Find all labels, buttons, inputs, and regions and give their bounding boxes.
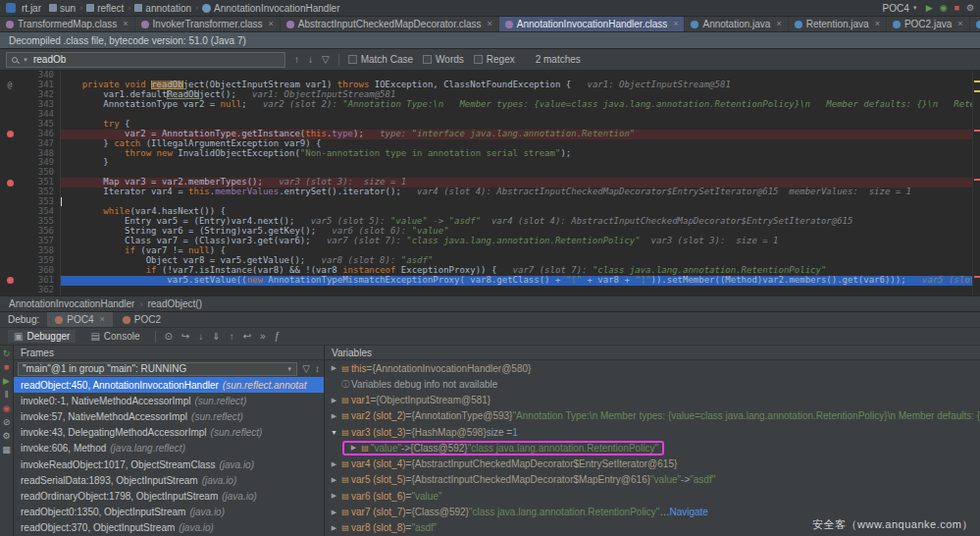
nav-item-annotation[interactable]: annotation (132, 3, 193, 14)
frame-row[interactable]: readObject:370, ObjectInputStream(java.i… (14, 520, 324, 536)
collapse-arrow-icon[interactable]: ▼ (329, 429, 339, 436)
editor-tab[interactable]: InvokerTransformer.class× (135, 17, 281, 31)
code-text[interactable]: while(var4.hasNext()) { (61, 207, 980, 217)
code-text[interactable]: } catch (IllegalArgumentException var9) … (61, 139, 980, 149)
frame-row[interactable]: readObject:450, AnnotationInvocationHand… (14, 377, 324, 393)
mute-breakpoints-icon[interactable]: ⊘ (3, 418, 11, 427)
code-text[interactable] (61, 71, 980, 80)
resume-icon[interactable]: ▶ (3, 377, 10, 386)
variable-row[interactable]: ▶▤var6 (slot_6) = "value" (325, 488, 980, 504)
gutter[interactable]: 362 (0, 286, 61, 295)
editor-tab[interactable]: POC2.java× (887, 17, 970, 31)
frame-row[interactable]: readOrdinaryObject:1798, ObjectInputStre… (14, 488, 324, 504)
variable-row[interactable]: ▶▤var1 = {ObjectInputStream@581} (325, 393, 980, 408)
debug-icon[interactable]: ◉ (940, 4, 948, 13)
close-icon[interactable]: × (875, 20, 880, 28)
code-text[interactable]: AnnotationType var2 = null; var2 (slot 2… (61, 100, 980, 110)
debug-session-tab[interactable]: POC4× (47, 312, 113, 327)
frame-row[interactable]: invoke:606, Method(java.lang.reflect) (14, 441, 324, 456)
frame-row[interactable]: invokeReadObject:1017, ObjectStreamClass… (14, 456, 324, 472)
expand-arrow-icon[interactable]: ▶ (329, 412, 339, 420)
next-match-icon[interactable]: ↓ (308, 55, 313, 65)
breakpoint-icon[interactable] (7, 131, 14, 137)
code-text[interactable] (61, 197, 980, 207)
close-icon[interactable]: × (673, 20, 678, 28)
code-text[interactable]: var2 = AnnotationType.getInstance(this.t… (61, 130, 980, 139)
show-execution-point-icon[interactable]: ⊙ (165, 332, 173, 342)
code-editor[interactable]: 340@341 private void readObject(ObjectIn… (0, 71, 980, 295)
settings-icon[interactable]: ⚙ (966, 4, 974, 13)
var-segment[interactable]: Navigate (669, 507, 707, 517)
breadcrumb-item[interactable]: AnnotationInvocationHandler (9, 298, 134, 309)
editor-tab[interactable]: POC4.java× (970, 17, 980, 31)
breadcrumb-item[interactable]: readObject() (147, 298, 202, 309)
variable-row[interactable]: ▶▤var4 (slot_4) = {AbstractInputCheckedM… (325, 456, 980, 472)
code-text[interactable]: if (var7 != null) { (61, 246, 980, 256)
variable-row[interactable]: ⓘVariables debug info not available (325, 376, 980, 392)
nav-item-annotationinvocationhandler[interactable]: AnnotationInvocationHandler (200, 3, 341, 14)
step-into-icon[interactable]: ↓ (198, 332, 203, 342)
view-breakpoints-icon[interactable]: ◉ (3, 404, 11, 413)
debug-session-tab[interactable]: POC2 (115, 312, 169, 327)
expand-arrow-icon[interactable]: ▶ (329, 364, 339, 372)
frame-row[interactable]: readSerialData:1893, ObjectInputStream(j… (14, 472, 324, 488)
expand-arrow-icon[interactable]: ▶ (329, 509, 339, 516)
expand-arrow-icon[interactable]: ▶ (329, 476, 339, 484)
code-text[interactable]: Iterator var4 = this.memberValues.entryS… (61, 188, 980, 197)
breakpoint-icon[interactable] (7, 180, 14, 187)
search-history-icon[interactable]: ▼ (23, 57, 28, 63)
frame-row[interactable]: invoke:57, NativeMethodAccessorImpl(sun.… (14, 408, 324, 424)
search-option-regex[interactable]: Regex (474, 54, 515, 65)
stop-icon[interactable]: ■ (954, 4, 958, 13)
code-text[interactable] (61, 110, 980, 120)
gutter[interactable]: 347 (0, 139, 61, 149)
frame-row[interactable]: invoke:43, DelegatingMethodAccessorImpl(… (14, 425, 324, 441)
code-text[interactable]: try { (61, 120, 980, 130)
code-text[interactable]: Entry var5 = (Entry)var4.next(); var5 (s… (61, 217, 980, 227)
pause-icon[interactable]: ‖ (5, 391, 9, 400)
close-icon[interactable]: × (99, 315, 104, 324)
variable-row[interactable]: ▶▤var2 (slot_2) = {AnnotationType@593} "… (325, 408, 980, 424)
close-icon[interactable]: × (488, 20, 492, 28)
code-text[interactable]: var1.defaultReadObject(); var1: ObjectIn… (61, 90, 980, 100)
line-number[interactable]: 347 (20, 139, 60, 149)
variable-row[interactable]: ▼▤var3 (slot_3) = {HashMap@598} size = 1 (325, 424, 980, 440)
code-text[interactable]: String var6 = (String)var5.getKey(); var… (61, 227, 980, 237)
nav-item-sun[interactable]: sun (47, 3, 77, 14)
breakpoint-icon[interactable] (7, 277, 14, 284)
close-icon[interactable]: × (123, 20, 128, 28)
drop-frame-icon[interactable]: ↩ (243, 332, 251, 342)
app-icon[interactable] (6, 3, 16, 13)
close-icon[interactable]: × (957, 20, 962, 28)
view-tab-debugger[interactable]: ▣Debugger (8, 330, 76, 343)
code-text[interactable]: var5.setValue((new AnnotationTypeMismatc… (61, 276, 980, 286)
code-text[interactable] (61, 168, 980, 178)
code-text[interactable]: private void readObject(ObjectInputStrea… (61, 80, 980, 90)
variable-row[interactable]: ▶▤this = {AnnotationInvocationHandler@58… (325, 360, 980, 376)
code-text[interactable] (61, 286, 980, 295)
stop-icon[interactable]: ■ (4, 363, 9, 372)
evaluate-expression-icon[interactable]: ƒ (275, 332, 281, 342)
filter-icon[interactable]: ▽ (322, 55, 330, 65)
search-input[interactable]: ▼ readOb (6, 52, 285, 68)
code-text[interactable]: Class var7 = (Class)var3.get(var6); var7… (61, 237, 980, 246)
nav-item-reflect[interactable]: reflect (84, 3, 126, 14)
rerun-icon[interactable]: ↻ (3, 349, 11, 358)
expand-arrow-icon[interactable]: ▶ (329, 492, 339, 500)
editor-tab[interactable]: Annotation.java× (685, 17, 788, 31)
code-text[interactable]: } (61, 158, 980, 168)
search-option-match-case[interactable]: Match Case (348, 54, 413, 65)
prev-match-icon[interactable]: ↑ (294, 55, 299, 65)
expand-arrow-icon[interactable]: ▶ (348, 444, 359, 452)
editor-tab[interactable]: AnnotationInvocationHandler.class× (499, 17, 686, 31)
code-text[interactable]: Object var8 = var5.getValue(); var8 (slo… (61, 256, 980, 266)
editor-tab[interactable]: TransformedMap.class× (0, 17, 135, 31)
expand-arrow-icon[interactable]: ▶ (329, 524, 339, 532)
frame-row[interactable]: invoke0:-1, NativeMethodAccessorImpl(sun… (14, 393, 324, 408)
run-config-selector[interactable]: POC4 ▼ (883, 3, 918, 14)
variable-row[interactable]: ▶▤"value" -> {Class@592} "class java.lan… (325, 440, 980, 456)
line-number[interactable]: 362 (20, 286, 60, 295)
thread-selector[interactable]: "main"@1 in group "main": RUNNING ▼ (18, 362, 297, 376)
run-to-cursor-icon[interactable]: » (260, 332, 266, 342)
sort-frames-icon[interactable]: ↕ (315, 364, 320, 374)
